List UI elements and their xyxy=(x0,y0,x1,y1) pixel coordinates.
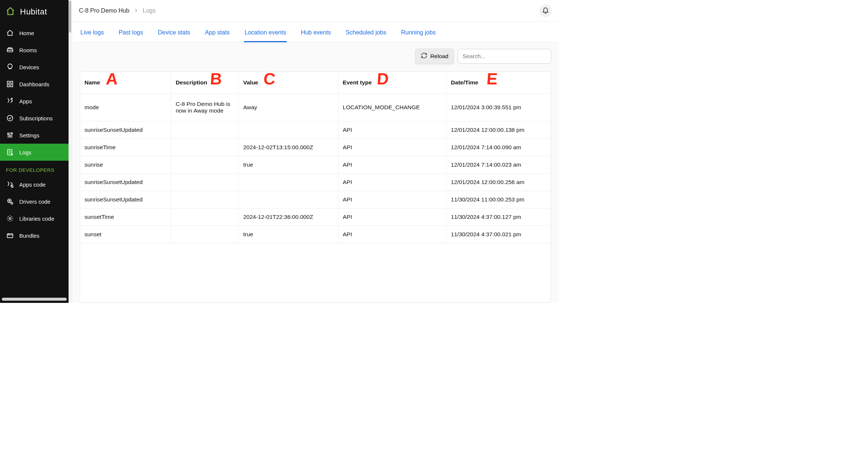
svg-text:i: i xyxy=(12,154,12,156)
logo-icon xyxy=(5,6,16,18)
search-input[interactable] xyxy=(458,49,551,64)
cell-value: Away xyxy=(239,94,338,121)
cell-value: true xyxy=(239,156,338,174)
cell-date-time: 12/01/2024 7:14:00.090 am xyxy=(446,139,551,156)
dev-nav-list: Apps code Drivers code Libraries code Bu… xyxy=(0,176,69,244)
table-row: sunset true API 11/30/2024 4:37:00.021 p… xyxy=(80,226,551,243)
col-header-description[interactable]: Description B xyxy=(171,72,238,94)
rooms-icon xyxy=(6,46,14,54)
cell-description xyxy=(171,174,238,191)
annotation-e: E xyxy=(486,71,498,88)
sidebar-item-dashboards[interactable]: Dashboards xyxy=(0,76,69,93)
table-row: sunriseSunsetUpdated API 11/30/2024 11:0… xyxy=(80,191,551,208)
dashboards-icon xyxy=(6,80,14,88)
cell-value: 2024-12-02T13:15:00.000Z xyxy=(239,139,338,156)
cell-value xyxy=(239,174,338,191)
sidebar-item-settings[interactable]: Settings xyxy=(0,127,69,144)
tab-running-jobs[interactable]: Running jobs xyxy=(400,26,436,42)
sidebar-item-apps[interactable]: Apps xyxy=(0,93,69,110)
notifications-button[interactable] xyxy=(539,4,552,17)
cell-date-time: 12/01/2024 7:14:00.023 am xyxy=(446,156,551,174)
sidebar-item-label: Rooms xyxy=(19,47,37,53)
sidebar-item-label: Apps code xyxy=(19,181,46,188)
sidebar-item-bundles[interactable]: Bundles xyxy=(0,227,69,244)
svg-rect-3 xyxy=(7,85,10,87)
sidebar-item-rooms[interactable]: Rooms xyxy=(0,41,69,59)
sidebar-item-label: Settings xyxy=(19,132,39,138)
sidebar-item-apps-code[interactable]: Apps code xyxy=(0,176,69,193)
cell-description xyxy=(171,226,238,243)
sidebar-item-devices[interactable]: Devices xyxy=(0,59,69,76)
tab-hub-events[interactable]: Hub events xyxy=(300,26,332,42)
tab-scheduled-jobs[interactable]: Scheduled jobs xyxy=(345,26,387,42)
cell-event-type: API xyxy=(338,139,446,156)
cell-name: mode xyxy=(80,94,171,121)
annotation-d: D xyxy=(376,71,389,88)
reload-icon xyxy=(421,52,427,60)
sidebar-item-logs[interactable]: i Logs xyxy=(0,144,69,161)
cell-description: C-8 Pro Demo Hub is now in Away mode xyxy=(171,94,238,121)
cell-value: 2024-12-01T22:36:00.000Z xyxy=(239,208,338,226)
sidebar-item-drivers-code[interactable]: Drivers code xyxy=(0,193,69,210)
cell-event-type: LOCATION_MODE_CHANGE xyxy=(338,94,446,121)
cell-event-type: API xyxy=(338,121,446,139)
col-header-date-time[interactable]: Date/Time E xyxy=(446,72,551,94)
cell-event-type: API xyxy=(338,191,446,208)
cell-date-time: 11/30/2024 4:37:00.021 pm xyxy=(446,226,551,243)
svg-rect-1 xyxy=(7,81,10,84)
cell-value xyxy=(239,191,338,208)
chevron-right-icon xyxy=(134,7,138,14)
svg-point-19 xyxy=(9,234,9,234)
cell-name: sunsetTime xyxy=(80,208,171,226)
svg-rect-18 xyxy=(7,234,13,238)
toolbar: Reload xyxy=(72,43,559,64)
cell-date-time: 11/30/2024 4:37:00.127 pm xyxy=(446,208,551,226)
col-header-name[interactable]: Name A xyxy=(80,72,171,94)
col-header-value[interactable]: Value C xyxy=(239,72,338,94)
tab-app-stats[interactable]: App stats xyxy=(204,26,231,42)
breadcrumb-leaf: Logs xyxy=(143,7,156,14)
svg-point-13 xyxy=(11,186,13,187)
col-header-event-type[interactable]: Event type D xyxy=(338,72,446,94)
cell-date-time: 12/01/2024 3:00:39.551 pm xyxy=(446,94,551,121)
svg-point-15 xyxy=(9,200,10,201)
horizontal-scrollbar[interactable] xyxy=(2,298,67,301)
sidebar-item-libraries-code[interactable]: Libraries code xyxy=(0,210,69,227)
tab-live-logs[interactable]: Live logs xyxy=(80,26,105,42)
cell-value: true xyxy=(239,226,338,243)
svg-rect-2 xyxy=(11,81,13,84)
vertical-scrollbar-thumb[interactable] xyxy=(69,1,71,33)
svg-rect-4 xyxy=(11,85,13,87)
reload-button[interactable]: Reload xyxy=(415,49,454,64)
annotation-a: A xyxy=(105,71,118,88)
table-row: sunsetTime 2024-12-01T22:36:00.000Z API … xyxy=(80,208,551,226)
tab-device-stats[interactable]: Device stats xyxy=(157,26,191,42)
libraries-code-icon xyxy=(6,214,14,223)
cell-description xyxy=(171,156,238,174)
tab-past-logs[interactable]: Past logs xyxy=(118,26,144,42)
cell-date-time: 12/01/2024 12:00:00.256 am xyxy=(446,174,551,191)
tab-location-events[interactable]: Location events xyxy=(244,26,287,42)
topbar: C-8 Pro Demo Hub Logs xyxy=(72,0,559,21)
table-row: sunriseSunsetUpdated API 12/01/2024 12:0… xyxy=(80,174,551,191)
sidebar-item-label: Apps xyxy=(19,98,32,104)
sidebar-item-label: Devices xyxy=(19,64,39,70)
bell-icon xyxy=(542,6,549,15)
dev-section-header: FOR DEVELOPERS xyxy=(0,161,69,176)
sidebar-item-home[interactable]: Home xyxy=(0,24,69,41)
svg-point-6 xyxy=(7,116,13,121)
apps-code-icon xyxy=(6,180,14,188)
sidebar: Hubitat Home Rooms Devices Dashboards Ap… xyxy=(0,0,69,303)
annotation-b: B xyxy=(209,71,222,88)
tabs: Live logs Past logs Device stats App sta… xyxy=(72,21,559,43)
sidebar-item-subscriptions[interactable]: Subscriptions xyxy=(0,110,69,127)
cell-date-time: 11/30/2024 11:00:00.253 pm xyxy=(446,191,551,208)
sidebar-item-label: Logs xyxy=(19,149,32,156)
cell-description xyxy=(171,121,238,139)
cell-event-type: API xyxy=(338,208,446,226)
cell-name: sunriseSunsetUpdated xyxy=(80,191,171,208)
sidebar-item-label: Drivers code xyxy=(19,198,50,205)
nav-list: Home Rooms Devices Dashboards Apps Subsc… xyxy=(0,24,69,161)
table-row: sunriseSunsetUpdated API 12/01/2024 12:0… xyxy=(80,121,551,139)
breadcrumb-root[interactable]: C-8 Pro Demo Hub xyxy=(79,7,129,14)
